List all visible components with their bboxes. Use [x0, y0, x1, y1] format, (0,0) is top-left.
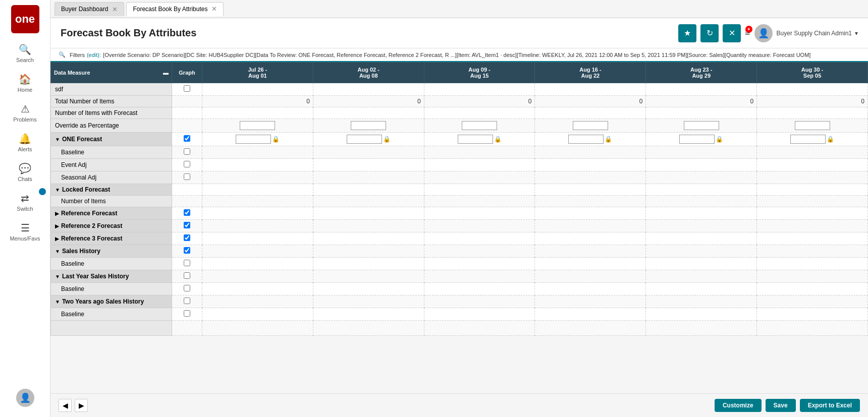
star-button[interactable]: ★ — [678, 24, 696, 42]
cell-one-forecast-2[interactable]: 🔒 — [313, 133, 424, 146]
row-label-ly-baseline: Baseline — [51, 283, 172, 295]
sidebar-item-alerts[interactable]: 🔔 Alerts — [0, 128, 50, 157]
export-button[interactable]: Export to Excel — [800, 399, 860, 412]
graph-cell-override-pct — [172, 119, 202, 133]
header-avatar: 👤 — [754, 24, 773, 42]
sidebar-label-home: Home — [18, 87, 32, 93]
close-button[interactable]: ✕ — [723, 24, 741, 42]
tab-close-forecast-book[interactable]: ✕ — [211, 5, 217, 13]
graph-check-baseline[interactable] — [184, 148, 190, 155]
problems-icon: ⚠ — [21, 103, 30, 115]
locked-input-one-forecast-2[interactable] — [347, 135, 382, 144]
cell-sales-history-5 — [646, 245, 757, 258]
tab-close-buyer-dashboard[interactable]: ✕ — [112, 6, 118, 13]
refresh-button[interactable]: ↻ — [700, 24, 719, 42]
cell-sales-history-6 — [757, 245, 868, 258]
cell-sh-baseline-3 — [424, 258, 535, 270]
table-row: ▼Sales History — [51, 245, 868, 258]
collapse-sales-history[interactable]: ▼ — [55, 249, 60, 254]
graph-cell-seasonal-adj — [172, 171, 202, 184]
locked-input-one-forecast-3[interactable] — [458, 135, 493, 144]
cell-override-pct-4[interactable] — [535, 119, 646, 133]
collapse-ref3-forecast[interactable]: ▶ — [55, 236, 59, 242]
collapse-ref2-forecast[interactable]: ▶ — [55, 223, 59, 229]
locked-input-one-forecast-5[interactable] — [679, 135, 715, 144]
customize-button[interactable]: Customize — [715, 399, 762, 412]
sidebar-item-home[interactable]: 🏠 Home — [0, 68, 50, 98]
sidebar-item-search[interactable]: 🔍 Search — [0, 38, 50, 68]
input-override-pct-3[interactable] — [462, 121, 497, 130]
header-actions: ★ ↻ ✕ ≡ ✦ 👤 Buyer Supply Chain Admin1 ▾ — [678, 24, 858, 42]
cell-locked-num-5 — [646, 196, 757, 207]
menu-button[interactable]: ≡ ✦ — [745, 28, 750, 38]
input-override-pct-5[interactable] — [684, 121, 719, 130]
tab-forecast-book[interactable]: Forecast Book By Attributes ✕ — [126, 2, 224, 16]
cell-one-forecast-3[interactable]: 🔒 — [424, 133, 535, 146]
collapse-ty2-sales-history[interactable]: ▼ — [55, 299, 60, 305]
sidebar-item-menus[interactable]: ☰ Menus/Favs — [0, 217, 50, 247]
graph-check-sdf[interactable] — [184, 85, 190, 92]
cell-override-pct-1[interactable] — [202, 119, 313, 133]
tab-buyer-dashboard[interactable]: Buyer Dashboard ✕ — [55, 2, 124, 16]
graph-check-ly-baseline[interactable] — [184, 285, 190, 291]
cell-ty2-6 — [757, 295, 868, 308]
graph-check-ty2-baseline[interactable] — [184, 310, 190, 317]
cell-override-pct-5[interactable] — [646, 119, 757, 133]
row-label-ref3-forecast: ▶Reference 3 Forecast — [51, 232, 172, 245]
graph-cell-baseline — [172, 146, 202, 159]
cell-one-forecast-6[interactable]: 🔒 — [757, 133, 868, 146]
next-arrow-button[interactable]: ▶ — [75, 399, 88, 412]
collapse-locked-forecast[interactable]: ▼ — [55, 187, 60, 193]
input-override-pct-4[interactable] — [573, 121, 608, 130]
cell-override-pct-3[interactable] — [424, 119, 535, 133]
graph-cell-ly-sales-history — [172, 270, 202, 283]
collapse-one-forecast[interactable]: ▼ — [55, 137, 60, 142]
locked-input-one-forecast-4[interactable] — [568, 135, 604, 144]
footer-actions: Customize Save Export to Excel — [715, 399, 860, 412]
collapse-all-btn[interactable]: ▬ — [163, 70, 169, 76]
cell-ty2-baseline-2 — [313, 308, 424, 321]
graph-check-ly-sales-history[interactable] — [184, 272, 190, 279]
locked-input-one-forecast-6[interactable] — [790, 135, 826, 144]
filter-edit-link[interactable]: (edit): — [87, 52, 101, 58]
graph-check-sh-baseline[interactable] — [184, 260, 190, 266]
graph-check-sales-history[interactable] — [184, 247, 190, 254]
graph-check-ref3-forecast[interactable] — [184, 234, 190, 241]
cell-one-forecast-5[interactable]: 🔒 — [646, 133, 757, 146]
cell-locked-forecast-2 — [313, 184, 424, 196]
sidebar-item-switch[interactable]: ⇄ Switch — [0, 187, 50, 217]
sidebar-item-chats[interactable]: 💬 Chats — [0, 157, 50, 187]
cell-event-adj-2 — [313, 159, 424, 171]
cell-ly-sales-history-2 — [313, 270, 424, 283]
input-override-pct-2[interactable] — [351, 121, 386, 130]
cell-locked-forecast-1 — [202, 184, 313, 196]
row-label-total-items: Total Number of Items — [51, 96, 172, 107]
collapse-ly-sales-history[interactable]: ▼ — [55, 274, 60, 279]
graph-check-event-adj[interactable] — [184, 161, 190, 167]
forecast-table: Data Measure ▬ Graph Jul 26 - Aug 01 Aug… — [50, 62, 868, 336]
graph-check-one-forecast[interactable] — [184, 135, 190, 142]
prev-arrow-button[interactable]: ◀ — [59, 399, 72, 412]
cell-one-forecast-4[interactable]: 🔒 — [535, 133, 646, 146]
input-override-pct-1[interactable] — [240, 121, 275, 130]
sidebar-item-avatar[interactable]: 👤 — [16, 384, 34, 412]
cell-override-pct-6[interactable] — [757, 119, 868, 133]
locked-input-one-forecast-1[interactable] — [236, 135, 271, 144]
save-button[interactable]: Save — [766, 399, 796, 412]
user-dropdown[interactable]: Buyer Supply Chain Admin1 ▾ — [777, 30, 858, 37]
sidebar-item-problems[interactable]: ⚠ Problems — [0, 98, 50, 128]
table-row: Number of Items — [51, 196, 868, 207]
cell-one-forecast-1[interactable]: 🔒 — [202, 133, 313, 146]
graph-check-ty2-sales-history[interactable] — [184, 297, 190, 304]
page-title: Forecast Book By Attributes — [61, 27, 196, 39]
graph-check-seasonal-adj[interactable] — [184, 173, 190, 180]
cell-baseline-4 — [535, 146, 646, 159]
cell-ref2-forecast-2 — [313, 220, 424, 232]
collapse-ref-forecast[interactable]: ▶ — [55, 211, 59, 216]
cell-override-pct-2[interactable] — [313, 119, 424, 133]
input-override-pct-6[interactable] — [795, 121, 830, 130]
graph-check-ref-forecast[interactable] — [184, 209, 190, 216]
graph-check-ref2-forecast[interactable] — [184, 222, 190, 228]
cell-ref2-forecast-6 — [757, 220, 868, 232]
cell-sh-baseline-1 — [202, 258, 313, 270]
